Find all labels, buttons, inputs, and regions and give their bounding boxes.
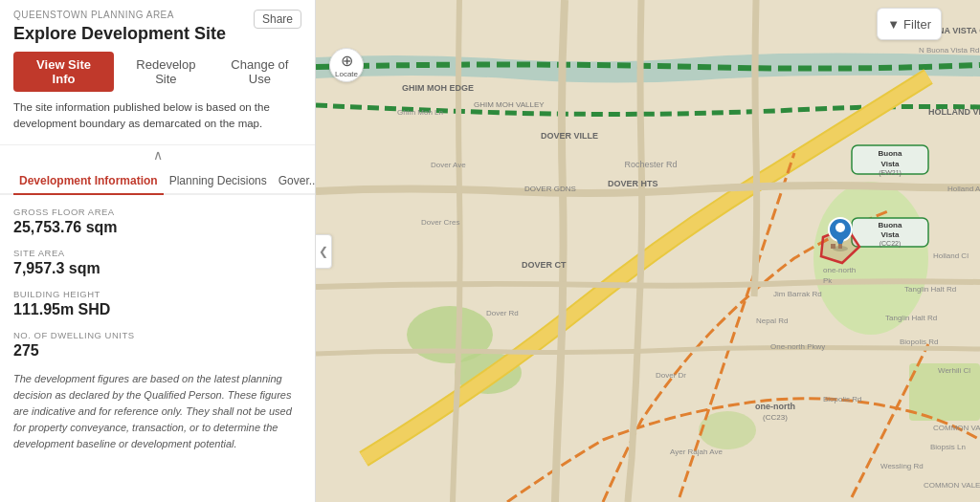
svg-point-52 (835, 223, 845, 232)
svg-text:DOVER HTS: DOVER HTS (608, 179, 658, 188)
filter-icon: ▼ (887, 17, 900, 32)
dwelling-units-value: 275 (13, 342, 301, 360)
locate-label: Locate (335, 70, 358, 78)
redevelop-button[interactable]: Redevelop Site (123, 57, 209, 86)
locate-button[interactable]: ⊕ Locate (329, 48, 364, 82)
action-buttons: View Site Info Redevelop Site Change of … (13, 52, 301, 92)
disclaimer-text: The development figures are based on the… (13, 371, 301, 452)
map-area[interactable]: Rochester Rd Ghim Moh Ln GHIM MOH EDGE G… (316, 0, 980, 502)
svg-text:Jim Barrak Rd: Jim Barrak Rd (773, 290, 822, 298)
left-panel: Share QUEENSTOWN PLANNING AREA Explore D… (0, 0, 316, 502)
gross-floor-area-value: 25,753.76 sqm (13, 219, 301, 236)
svg-text:one-north: one-north (755, 402, 795, 411)
svg-rect-53 (831, 244, 835, 249)
tab-planning-decisions[interactable]: Planning Decisions (164, 166, 273, 195)
filter-label: Filter (903, 17, 931, 32)
site-info-description: The site information published below is … (13, 99, 301, 133)
header-area: Share QUEENSTOWN PLANNING AREA Explore D… (0, 0, 315, 145)
svg-text:Ghim Moh Ln: Ghim Moh Ln (397, 108, 443, 117)
building-height-value: 111.95m SHD (13, 301, 301, 318)
svg-text:DOVER VILLE: DOVER VILLE (541, 131, 598, 141)
svg-text:Holland Ave: Holland Ave (947, 185, 980, 193)
svg-text:Buona: Buona (879, 221, 902, 229)
svg-text:Vista: Vista (881, 160, 901, 168)
dwelling-units-label: NO. OF DWELLING UNITS (13, 330, 301, 340)
svg-text:Buona: Buona (879, 149, 902, 158)
svg-text:Biopolis Rd: Biopolis Rd (823, 395, 861, 404)
svg-rect-54 (838, 244, 842, 249)
svg-text:GHIM MOH VALLEY: GHIM MOH VALLEY (474, 100, 545, 109)
svg-text:(CC23): (CC23) (763, 413, 788, 422)
svg-text:One-north Pkwy: One-north Pkwy (770, 342, 825, 351)
svg-text:one-north: one-north (823, 266, 856, 274)
dwelling-units-section: NO. OF DWELLING UNITS 275 (13, 330, 301, 360)
svg-text:Rochester Rd: Rochester Rd (624, 160, 677, 169)
share-button[interactable]: Share (254, 10, 301, 29)
svg-text:(EW21): (EW21) (879, 169, 902, 177)
collapse-map-button[interactable]: ❮ (316, 234, 332, 269)
collapse-icon: ❮ (319, 245, 328, 258)
svg-text:Dover Cres: Dover Cres (421, 218, 459, 227)
site-area-label: SITE AREA (13, 248, 301, 258)
building-height-section: BUILDING HEIGHT 111.95m SHD (13, 289, 301, 318)
gross-floor-area-label: GROSS FLOOR AREA (13, 207, 301, 217)
gross-floor-area-section: GROSS FLOOR AREA 25,753.76 sqm (13, 207, 301, 236)
svg-text:HOLLAND VISTA: HOLLAND VISTA (928, 107, 980, 117)
building-height-label: BUILDING HEIGHT (13, 289, 301, 299)
map-svg: Rochester Rd Ghim Moh Ln GHIM MOH EDGE G… (316, 0, 980, 502)
svg-text:Nepal Rd: Nepal Rd (756, 316, 788, 325)
svg-text:Wessling Rd: Wessling Rd (880, 462, 924, 470)
filter-button[interactable]: ▼ Filter (877, 8, 942, 40)
svg-text:Tanglin Halt Rd: Tanglin Halt Rd (904, 285, 956, 294)
collapse-arrow[interactable]: ∧ (0, 145, 315, 166)
view-site-button[interactable]: View Site Info (13, 52, 114, 92)
svg-text:Tanglin Halt Rd: Tanglin Halt Rd (885, 314, 937, 322)
svg-text:Biopsis Ln: Biopsis Ln (930, 443, 966, 451)
svg-text:(CC22): (CC22) (880, 240, 902, 248)
tabs: Development Information Planning Decisio… (0, 166, 315, 195)
map-toolbar: ▼ Filter (877, 8, 942, 40)
svg-text:Biopolis Rd: Biopolis Rd (900, 338, 938, 346)
svg-text:Dover Dr: Dover Dr (656, 371, 686, 380)
svg-text:GHIM MOH EDGE: GHIM MOH EDGE (402, 83, 474, 93)
svg-text:DOVER GDNS: DOVER GDNS (524, 185, 576, 193)
site-area-section: SITE AREA 7,957.3 sqm (13, 248, 301, 277)
site-area-value: 7,957.3 sqm (13, 260, 301, 277)
svg-text:Werhili Cl: Werhili Cl (938, 366, 970, 375)
svg-text:DOVER CT: DOVER CT (522, 260, 567, 270)
tab-governance[interactable]: Gover... (273, 166, 316, 195)
svg-text:COMMON VALE: COMMON VALE (924, 481, 980, 490)
svg-text:COMMON VALE: COMMON VALE (933, 424, 980, 432)
svg-text:Vista: Vista (881, 230, 901, 239)
svg-text:Dover Ave: Dover Ave (431, 161, 466, 169)
svg-text:Holland Cl: Holland Cl (933, 251, 969, 260)
content-area: GROSS FLOOR AREA 25,753.76 sqm SITE AREA… (0, 195, 315, 503)
svg-text:N Buona Vista Rd: N Buona Vista Rd (919, 46, 979, 55)
locate-icon: ⊕ (341, 52, 353, 70)
tab-development-information[interactable]: Development Information (13, 166, 164, 195)
svg-text:Pk: Pk (823, 276, 833, 285)
svg-text:Ayer Rajah Ave: Ayer Rajah Ave (670, 447, 723, 456)
svg-text:Dover Rd: Dover Rd (486, 309, 519, 317)
change-use-button[interactable]: Change of Use (218, 57, 301, 86)
